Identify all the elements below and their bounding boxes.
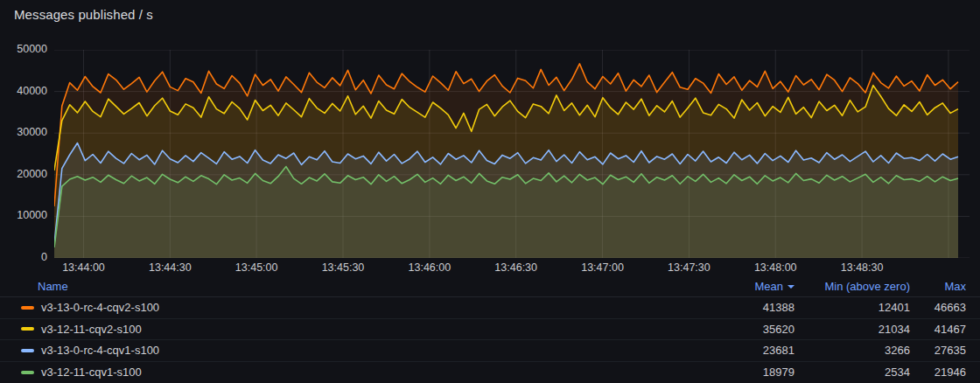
series-min-value: 3266 bbox=[794, 344, 910, 357]
chevron-down-icon bbox=[788, 285, 794, 289]
legend-header-row: Name Mean Min (above zero) Max bbox=[0, 276, 980, 297]
x-axis-label: 13:46:00 bbox=[409, 261, 452, 274]
x-axis-label: 13:46:30 bbox=[494, 261, 537, 274]
series-min-value: 21034 bbox=[794, 323, 910, 336]
x-axis-label: 13:44:30 bbox=[149, 261, 192, 274]
series-max-value: 27635 bbox=[910, 344, 966, 357]
x-axis-label: 13:45:30 bbox=[322, 261, 365, 274]
y-axis-label: 30000 bbox=[5, 126, 47, 138]
grafana-panel: Messages published / s 01000020000300004… bbox=[0, 0, 980, 383]
series-min-value: 12401 bbox=[794, 301, 910, 314]
series-name[interactable]: v3-13-0-rc-4-cqv1-s100 bbox=[34, 344, 716, 357]
series-min-value: 2534 bbox=[794, 366, 910, 379]
series-mean-value: 23681 bbox=[716, 344, 794, 357]
x-axis-label: 13:44:00 bbox=[62, 261, 105, 274]
y-axis-label: 40000 bbox=[5, 85, 47, 97]
legend-row[interactable]: v3-13-0-rc-4-cqv1-s100 23681 3266 27635 bbox=[0, 340, 980, 362]
legend-row[interactable]: v3-12-11-cqv2-s100 35620 21034 41467 bbox=[0, 319, 980, 341]
series-name[interactable]: v3-12-11-cqv2-s100 bbox=[34, 323, 716, 336]
y-axis-label: 20000 bbox=[5, 168, 47, 180]
x-axis-label: 13:48:00 bbox=[754, 261, 797, 274]
legend-row[interactable]: v3-12-11-cqv1-s100 18979 2534 21946 bbox=[0, 362, 980, 383]
y-axis-label: 0 bbox=[5, 251, 47, 263]
x-axis-label: 13:48:30 bbox=[841, 261, 884, 274]
x-axis-label: 13:45:00 bbox=[235, 261, 278, 274]
y-axis-label: 50000 bbox=[5, 43, 47, 55]
column-header-min-above-zero[interactable]: Min (above zero) bbox=[794, 280, 910, 293]
series-color-swatch bbox=[21, 327, 34, 331]
column-header-mean[interactable]: Mean bbox=[716, 280, 794, 293]
series-mean-value: 35620 bbox=[716, 323, 794, 336]
series-name[interactable]: v3-12-11-cqv1-s100 bbox=[34, 366, 716, 379]
series-color-swatch bbox=[21, 349, 34, 352]
x-axis-label: 13:47:30 bbox=[668, 261, 710, 274]
column-header-mean-label: Mean bbox=[754, 280, 783, 293]
series-color-swatch bbox=[21, 306, 34, 310]
column-header-max[interactable]: Max bbox=[910, 280, 966, 293]
y-axis-label: 10000 bbox=[5, 209, 47, 221]
legend-row[interactable]: v3-13-0-rc-4-cqv2-s100 41388 12401 46663 bbox=[0, 297, 980, 319]
x-axis-label: 13:47:00 bbox=[581, 261, 624, 274]
column-header-name[interactable]: Name bbox=[21, 280, 716, 293]
series-name[interactable]: v3-13-0-rc-4-cqv2-s100 bbox=[34, 301, 716, 314]
series-mean-value: 18979 bbox=[716, 366, 794, 379]
series-mean-value: 41388 bbox=[716, 301, 794, 314]
panel-title[interactable]: Messages published / s bbox=[14, 7, 153, 22]
series-max-value: 21946 bbox=[910, 366, 966, 379]
time-series-plot-area[interactable] bbox=[54, 50, 970, 258]
series-max-value: 46663 bbox=[910, 301, 966, 314]
legend-table: Name Mean Min (above zero) Max v3-13-0-r… bbox=[0, 276, 980, 383]
series-color-swatch bbox=[21, 371, 34, 374]
series-max-value: 41467 bbox=[910, 323, 966, 336]
